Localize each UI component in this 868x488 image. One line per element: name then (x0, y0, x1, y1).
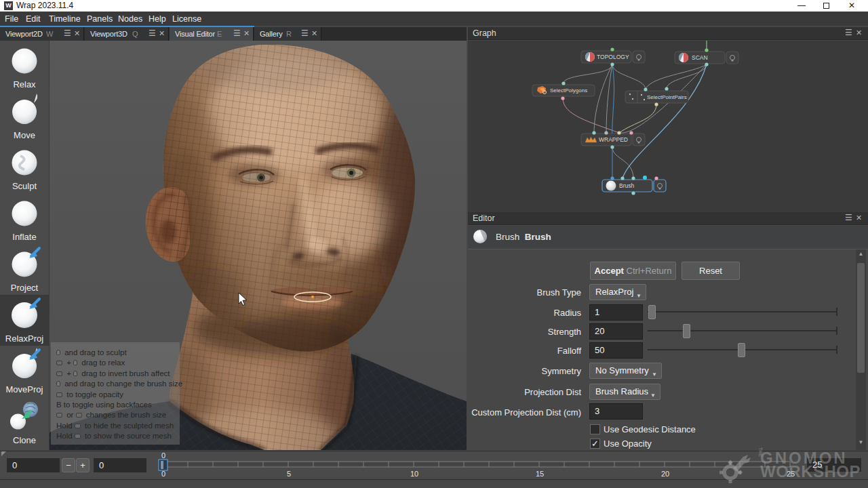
svg-text:TOPOLOGY: TOPOLOGY (597, 54, 629, 60)
svg-text:Brush: Brush (619, 182, 634, 189)
svg-text:WRAPPED: WRAPPED (599, 136, 628, 143)
svg-text:SCAN: SCAN (692, 54, 708, 61)
svg-text:SelectPolygons: SelectPolygons (550, 87, 587, 94)
svg-text:SelectPointPairs: SelectPointPairs (647, 94, 687, 100)
